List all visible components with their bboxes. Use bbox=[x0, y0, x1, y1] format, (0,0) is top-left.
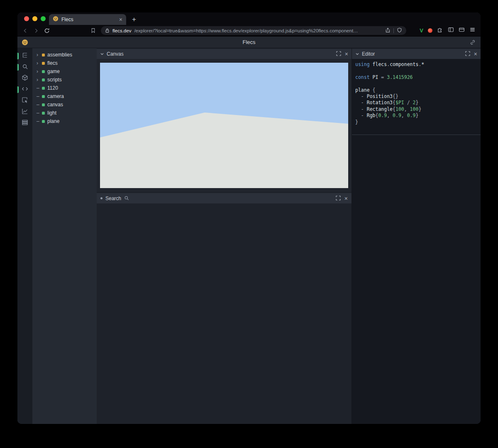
entity-tree-icon bbox=[22, 52, 28, 60]
shield-icon[interactable] bbox=[397, 27, 402, 34]
wallet-card-icon[interactable] bbox=[459, 27, 465, 34]
page-title: Flecs bbox=[17, 37, 481, 48]
toolbar-extensions: V bbox=[420, 27, 476, 34]
tree-item-flecs[interactable]: ›flecs bbox=[32, 59, 97, 67]
canvas-3d-viewport[interactable] bbox=[97, 59, 352, 192]
expand-icon[interactable] bbox=[336, 195, 341, 202]
entity-color-swatch bbox=[42, 70, 45, 73]
entity-color-swatch bbox=[42, 95, 45, 98]
entity-tree-panel: ›assemblies›flecs›game›scripts–1120–came… bbox=[32, 48, 97, 424]
flecs-logo-icon bbox=[22, 39, 28, 47]
lock-icon bbox=[105, 27, 110, 34]
tree-expander-icon[interactable]: › bbox=[37, 77, 42, 83]
extensions-puzzle-icon[interactable] bbox=[437, 27, 443, 34]
forward-button[interactable] bbox=[33, 28, 39, 34]
chevron-down-icon[interactable] bbox=[355, 50, 359, 58]
tree-item-label: canvas bbox=[47, 102, 63, 108]
sidebar-button-statistics[interactable] bbox=[17, 107, 32, 117]
tree-item-label: plane bbox=[47, 118, 59, 124]
bullet-icon bbox=[100, 197, 103, 199]
minimize-window-button[interactable] bbox=[32, 16, 37, 21]
url-domain: flecs.dev bbox=[112, 28, 131, 33]
code-line: using flecs.components.* bbox=[355, 61, 477, 68]
code-line: - Rotation3{$PI / 2} bbox=[355, 100, 477, 106]
tab-bar: Flecs × + bbox=[17, 12, 481, 25]
sidebar-button-scene-cube[interactable] bbox=[17, 73, 32, 83]
browser-toolbar: flecs.dev /explorer/?local=true&wasm=htt… bbox=[17, 25, 481, 37]
close-icon[interactable]: × bbox=[344, 196, 348, 201]
tree-expander-icon[interactable]: › bbox=[37, 52, 42, 58]
share-icon[interactable] bbox=[385, 27, 391, 34]
sidebar-button-script-editor[interactable] bbox=[17, 85, 32, 95]
close-icon[interactable]: × bbox=[345, 51, 348, 57]
entity-color-swatch bbox=[42, 54, 45, 56]
chevron-down-icon[interactable] bbox=[100, 50, 104, 58]
editor-panel-header: Editor × bbox=[352, 49, 481, 59]
tree-item-camera[interactable]: –camera bbox=[32, 92, 97, 100]
active-indicator bbox=[17, 53, 19, 59]
tree-item-plane[interactable]: –plane bbox=[32, 117, 97, 125]
sidebar-button-query-search[interactable] bbox=[17, 62, 32, 72]
code-editor[interactable]: using flecs.components.* const PI = 3.14… bbox=[352, 59, 481, 424]
main-empty-area bbox=[97, 203, 352, 424]
back-button[interactable] bbox=[22, 28, 28, 34]
tab-close-icon[interactable]: × bbox=[119, 17, 122, 22]
search-panel-header: Search × bbox=[97, 193, 352, 203]
editor-panel: Editor × using flecs.components.* const … bbox=[352, 48, 481, 424]
url-path: /explorer/?local=true&wasm=https://www.f… bbox=[134, 28, 382, 33]
close-window-button[interactable] bbox=[24, 16, 29, 21]
canvas-panel-title: Canvas bbox=[107, 51, 124, 57]
tree-item-label: camera bbox=[47, 93, 64, 99]
active-indicator bbox=[17, 86, 19, 93]
app-header: Flecs bbox=[17, 37, 481, 48]
tree-item-assemblies[interactable]: ›assemblies bbox=[32, 51, 97, 59]
sidebar-button-inspector[interactable] bbox=[17, 96, 32, 106]
app-content: ›assemblies›flecs›game›scripts–1120–came… bbox=[17, 48, 481, 424]
tree-item-canvas[interactable]: –canvas bbox=[32, 100, 97, 109]
search-icon bbox=[124, 195, 129, 202]
icon-sidebar bbox=[17, 48, 32, 424]
tree-item-label: scripts bbox=[47, 77, 62, 83]
entity-color-swatch bbox=[42, 112, 45, 115]
script-editor-icon bbox=[22, 86, 28, 94]
tree-item-game[interactable]: ›game bbox=[32, 67, 97, 76]
extension-badge-icon[interactable] bbox=[428, 28, 432, 33]
tree-expander-icon[interactable]: – bbox=[37, 85, 42, 91]
desktop-background: Flecs × + flecs.dev bbox=[0, 0, 498, 448]
sidebar-button-tables[interactable] bbox=[17, 118, 32, 128]
editor-divider bbox=[352, 135, 481, 135]
canvas-header-actions: × bbox=[336, 50, 348, 58]
entity-color-swatch bbox=[42, 78, 45, 81]
tree-expander-icon[interactable]: › bbox=[37, 69, 42, 74]
tree-item-1120[interactable]: –1120 bbox=[32, 84, 97, 92]
browser-tab[interactable]: Flecs × bbox=[49, 14, 126, 25]
entity-color-swatch bbox=[42, 103, 45, 106]
tree-item-light[interactable]: –light bbox=[32, 109, 97, 117]
expand-icon[interactable] bbox=[336, 50, 341, 58]
tree-item-scripts[interactable]: ›scripts bbox=[32, 76, 97, 84]
tree-expander-icon[interactable]: – bbox=[37, 110, 42, 116]
tree-expander-icon[interactable]: › bbox=[37, 60, 42, 66]
tree-expander-icon[interactable]: – bbox=[37, 93, 42, 99]
code-line: - Position3{} bbox=[355, 93, 477, 100]
menu-hamburger-icon[interactable] bbox=[469, 27, 476, 34]
new-tab-button[interactable]: + bbox=[132, 14, 136, 25]
statistics-icon bbox=[22, 108, 28, 116]
bookmark-icon[interactable] bbox=[90, 28, 96, 33]
share-link-icon[interactable] bbox=[470, 39, 476, 47]
zoom-window-button[interactable] bbox=[41, 16, 46, 21]
expand-icon[interactable] bbox=[465, 50, 470, 58]
reload-button[interactable] bbox=[44, 28, 50, 34]
code-line bbox=[355, 81, 477, 87]
sidebar-toggle-icon[interactable] bbox=[448, 27, 454, 34]
extension-v-icon[interactable]: V bbox=[420, 27, 423, 34]
search-panel-label[interactable]: Search bbox=[105, 196, 121, 201]
canvas-panel-header: Canvas × bbox=[97, 49, 352, 59]
tree-expander-icon[interactable]: – bbox=[37, 118, 42, 124]
address-bar[interactable]: flecs.dev /explorer/?local=true&wasm=htt… bbox=[101, 26, 406, 35]
editor-header-actions: × bbox=[465, 50, 477, 58]
main-column: Canvas × Search bbox=[97, 48, 352, 424]
tree-expander-icon[interactable]: – bbox=[37, 102, 42, 108]
close-icon[interactable]: × bbox=[474, 51, 477, 57]
sidebar-button-entity-tree[interactable] bbox=[17, 51, 32, 61]
